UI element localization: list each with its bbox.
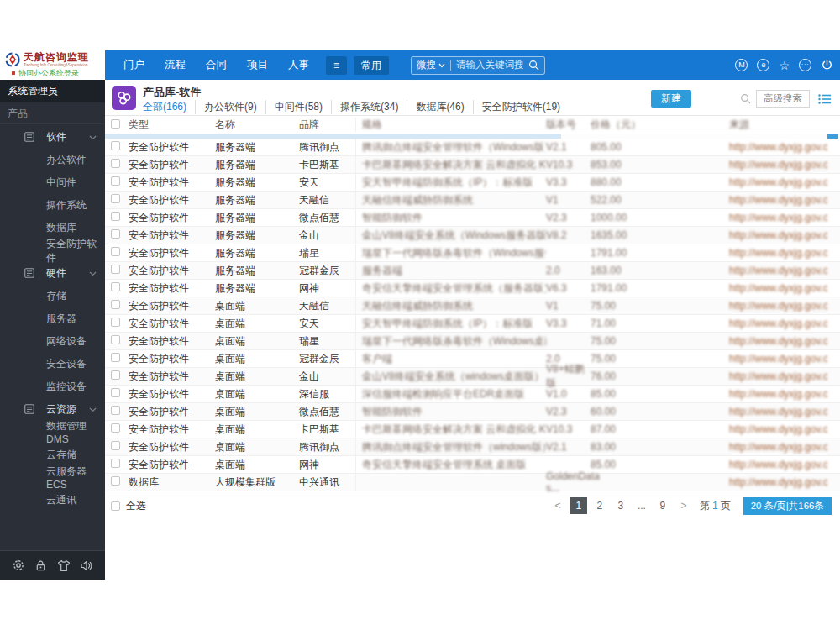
- nav-menu-item[interactable]: 合同: [196, 58, 237, 72]
- table-row[interactable]: 安全防护软件 服务器端 安天 安天智甲终端防御系统（IP）：标准版 V3.3 8…: [105, 174, 840, 192]
- row-checkbox[interactable]: [111, 141, 120, 150]
- category-tab[interactable]: 操作系统(34): [331, 100, 407, 114]
- column-header-version[interactable]: 版本号: [546, 118, 591, 132]
- table-row[interactable]: 安全防护软件 服务器端 卡巴斯基 卡巴斯基网络安全解决方案 云和虚拟化 KS..…: [105, 156, 840, 174]
- row-checkbox[interactable]: [111, 441, 120, 450]
- more-options-icon[interactable]: ···: [799, 59, 811, 71]
- row-checkbox[interactable]: [111, 247, 120, 256]
- sidebar-item[interactable]: 中间件: [0, 171, 105, 194]
- feedback-icon[interactable]: e: [757, 59, 769, 71]
- category-tab[interactable]: 安全防护软件(19): [473, 100, 569, 114]
- search-scope-select[interactable]: 微搜: [417, 59, 436, 71]
- table-row[interactable]: 安全防护软件 桌面端 天融信 天融信终端威胁防御系统 V1 75.00 http…: [105, 297, 840, 315]
- row-checkbox[interactable]: [111, 159, 120, 168]
- page-number-button[interactable]: 2: [591, 497, 608, 514]
- select-all-label[interactable]: 全选: [126, 499, 146, 513]
- sidebar-item[interactable]: 存储: [0, 285, 105, 307]
- table-row[interactable]: 数据库 大规模集群版 中兴通讯 GoldenData s... http://w…: [105, 474, 840, 491]
- category-tab[interactable]: 全部(166): [143, 100, 195, 114]
- category-tab[interactable]: 数据库(46): [407, 100, 472, 114]
- nav-menu-item[interactable]: 门户: [113, 58, 155, 72]
- row-checkbox[interactable]: [111, 229, 120, 239]
- table-row[interactable]: 安全防护软件 服务器端 瑞星 瑞星下一代网络版杀毒软件（Windows服务器版）…: [105, 244, 840, 262]
- next-page-button[interactable]: >: [675, 497, 692, 514]
- theme-shirt-icon[interactable]: [57, 559, 71, 572]
- nav-menu-item[interactable]: 人事: [278, 58, 319, 72]
- select-all-checkbox[interactable]: [111, 119, 120, 129]
- scrollbar-thumb[interactable]: [105, 134, 561, 139]
- table-row[interactable]: 安全防护软件 桌面端 腾讯御点 腾讯御点终端安全管理软件（windows版）：V…: [105, 438, 840, 456]
- sidebar-item[interactable]: 云存储: [0, 444, 105, 466]
- sidebar-item[interactable]: 网络设备: [0, 330, 105, 353]
- row-checkbox[interactable]: [111, 265, 120, 274]
- nav-menu-item[interactable]: 流程: [155, 58, 196, 72]
- speaker-volume-icon[interactable]: [80, 559, 93, 572]
- horizontal-scrollbar[interactable]: [105, 134, 840, 139]
- sidebar-item[interactable]: 安全防护软件: [0, 239, 105, 262]
- row-checkbox[interactable]: [111, 176, 120, 186]
- message-icon[interactable]: M: [735, 59, 748, 71]
- list-view-icon[interactable]: [818, 93, 832, 105]
- page-number-button[interactable]: ...: [633, 497, 650, 514]
- column-header-spec[interactable]: 规格: [356, 118, 546, 132]
- current-page-value[interactable]: 1: [710, 500, 721, 512]
- table-row[interactable]: 安全防护软件 桌面端 冠群金辰 客户端 2.0 75.00 http://www…: [105, 350, 840, 368]
- page-number-button[interactable]: 9: [654, 497, 671, 514]
- row-checkbox[interactable]: [111, 370, 120, 380]
- oa-login-link[interactable]: 协同办公系统登录: [5, 68, 105, 79]
- page-number-button[interactable]: 3: [612, 497, 629, 514]
- row-checkbox[interactable]: [111, 318, 120, 327]
- select-all-checkbox[interactable]: [111, 501, 120, 511]
- column-header-price[interactable]: 价格（元）: [591, 118, 729, 132]
- sidebar-item[interactable]: 硬件: [0, 262, 105, 285]
- sidebar-item[interactable]: 云通讯: [0, 489, 105, 512]
- prev-page-button[interactable]: <: [549, 497, 566, 514]
- global-search-bar[interactable]: 微搜 请输入关键词搜: [411, 56, 545, 75]
- row-checkbox[interactable]: [111, 282, 120, 291]
- nav-common-button[interactable]: 常用: [354, 56, 389, 75]
- table-row[interactable]: 安全防护软件 服务器端 腾讯御点 腾讯御点终端安全管理软件（Windows版） …: [105, 139, 840, 156]
- sidebar-item[interactable]: 办公软件: [0, 149, 105, 171]
- row-checkbox[interactable]: [111, 388, 120, 397]
- row-checkbox[interactable]: [111, 423, 120, 433]
- column-header-name[interactable]: 名称: [215, 118, 299, 132]
- settings-gear-icon[interactable]: [12, 559, 25, 572]
- category-tab[interactable]: 办公软件(9): [195, 100, 265, 114]
- table-row[interactable]: 安全防护软件 服务器端 天融信 天融信终端威胁防御系统 V1 522.00 ht…: [105, 192, 840, 209]
- search-icon[interactable]: [528, 60, 539, 71]
- sidebar-item[interactable]: 服务器: [0, 307, 105, 330]
- advanced-search-button[interactable]: 高级搜索: [756, 90, 810, 108]
- nav-menu-item[interactable]: 项目: [237, 58, 278, 72]
- column-header-brand[interactable]: 品牌: [299, 118, 356, 132]
- search-input[interactable]: 请输入关键词搜: [456, 59, 524, 71]
- category-tab[interactable]: 中间件(58): [265, 100, 331, 114]
- sidebar-item[interactable]: 云资源: [0, 398, 105, 421]
- sidebar-item[interactable]: 监控设备: [0, 375, 105, 398]
- sidebar-item[interactable]: 云服务器ECS: [0, 466, 105, 489]
- row-checkbox[interactable]: [111, 212, 120, 221]
- row-checkbox[interactable]: [111, 335, 120, 344]
- table-row[interactable]: 安全防护软件 桌面端 微点佰慧 智能防御软件 V2.3 60.00 http:/…: [105, 403, 840, 421]
- row-checkbox[interactable]: [111, 459, 120, 468]
- favorites-star-icon[interactable]: ☆: [779, 60, 790, 71]
- page-number-button[interactable]: 1: [570, 497, 587, 514]
- sidebar-item[interactable]: 操作系统: [0, 194, 105, 217]
- lock-icon[interactable]: [34, 559, 47, 572]
- column-header-source[interactable]: 来源: [729, 118, 827, 132]
- row-checkbox[interactable]: [111, 476, 120, 486]
- table-row[interactable]: 安全防护软件 服务器端 金山 金山V8终端安全系统（Windows服务器版） V…: [105, 227, 840, 244]
- table-row[interactable]: 安全防护软件 服务器端 网神 奇安信天擎终端安全管理系统（服务器版） V6.3 …: [105, 280, 840, 297]
- sidebar-section-product[interactable]: 产品: [0, 102, 105, 124]
- power-logout-icon[interactable]: [821, 59, 833, 71]
- table-row[interactable]: 安全防护软件 服务器端 冠群金辰 服务器端 2.0 163.00 http://…: [105, 262, 840, 280]
- sidebar-item[interactable]: 安全设备: [0, 353, 105, 375]
- table-row[interactable]: 安全防护软件 桌面端 瑞星 瑞星下一代网络版杀毒软件（Windows桌面版） 7…: [105, 333, 840, 350]
- table-row[interactable]: 安全防护软件 桌面端 金山 金山V8终端安全系统（windows桌面版） V8+…: [105, 368, 840, 386]
- table-row[interactable]: 安全防护软件 桌面端 卡巴斯基 卡巴斯基网络安全解决方案 云和虚拟化 KS...…: [105, 421, 840, 438]
- nav-hamburger-icon[interactable]: ≡: [326, 56, 347, 75]
- search-icon[interactable]: [740, 93, 751, 104]
- row-checkbox[interactable]: [111, 194, 120, 203]
- new-button[interactable]: 新建: [651, 90, 691, 108]
- table-row[interactable]: 安全防护软件 桌面端 网神 奇安信天擎终端安全管理系统 桌面版 85.00 ht…: [105, 456, 840, 474]
- sidebar-item[interactable]: 软件: [0, 126, 105, 149]
